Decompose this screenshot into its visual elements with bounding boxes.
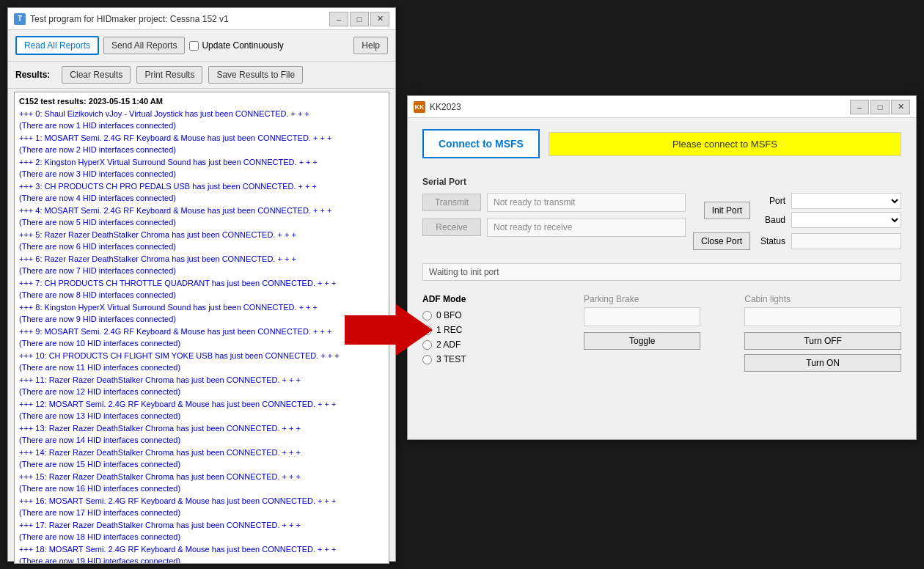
adf-option-1[interactable]: 1 REC [422,325,510,335]
read-all-reports-button[interactable]: Read All Reports [15,36,99,55]
log-line: +++ 17: Razer Razer DeathStalker Chroma … [19,519,384,532]
status-label: Status [756,236,785,246]
status-row: Status [756,233,901,249]
maximize-button2[interactable]: □ [870,100,890,114]
adf-option-0[interactable]: 0 BFO [422,310,510,320]
log-line: +++ 6: Razer Razer DeathStalker Chroma h… [19,253,384,265]
minimize-button[interactable]: – [329,12,348,26]
log-line: +++ 2: Kingston HyperX Virtual Surround … [19,156,384,169]
log-line: +++ 10: CH PRODUCTS CH FLIGHT SIM YOKE U… [19,350,384,362]
update-continuously-label: Update Continuously [202,40,283,51]
log-line: (There are now 16 HID interfaces connect… [19,482,384,495]
log-line: (There are now 2 HID interfaces connecte… [19,144,384,156]
maximize-button[interactable]: □ [350,12,369,26]
receive-status-input [487,218,686,237]
window1-title: Test program for HIDmaker project: Cessn… [30,14,329,24]
init-port-button[interactable]: Init Port [704,202,750,219]
results-bar: Results: Clear Results Print Results Sav… [8,62,395,89]
parking-brake-label: Parking Brake [584,294,700,304]
close-button[interactable]: ✕ [370,12,389,26]
log-line: +++ 18: MOSART Semi. 2.4G RF Keyboard & … [19,543,384,556]
adf-option-3[interactable]: 3 TEST [422,354,510,364]
toggle-button[interactable]: Toggle [584,332,700,350]
log-line: (There are now 5 HID interfaces connecte… [19,216,384,229]
transmit-status-input [487,193,686,212]
cabin-lights-input [744,307,901,326]
log-line: (There are now 6 HID interfaces connecte… [19,241,384,253]
connect-section: Connect to MSFS Please connect to MSFS [408,118,916,169]
log-line: (There are now 18 HID interfaces connect… [19,531,384,543]
close-port-button[interactable]: Close Port [693,232,750,250]
print-results-button[interactable]: Print Results [136,66,202,84]
msfs-status-indicator: Please connect to MSFS [549,132,901,156]
log-line: +++ 5: Razer Razer DeathStalker Chroma h… [19,229,384,241]
update-continuously-checkbox[interactable] [189,41,199,51]
adf-label-1: 1 REC [436,325,462,335]
adf-label: ADF Mode [422,294,510,304]
help-button[interactable]: Help [353,37,388,54]
update-continuously-checkbox-label[interactable]: Update Continuously [189,40,283,51]
close-button2[interactable]: ✕ [891,100,910,114]
lower-section: ADF Mode 0 BFO 1 REC 2 ADF 3 TEST [408,287,916,379]
cabin-lights-label: Cabin lights [744,294,901,304]
toolbar: Read All Reports Send All Reports Update… [8,30,395,62]
port-select[interactable] [791,193,901,209]
log-line: +++ 14: Razer Razer DeathStalker Chroma … [19,447,384,459]
results-label: Results: [15,70,50,80]
log-line: +++ 11: Razer Razer DeathStalker Chroma … [19,374,384,386]
parking-brake-section: Parking Brake Toggle [584,294,700,372]
log-line: (There are now 13 HID interfaces connect… [19,410,384,422]
baud-label: Baud [756,215,785,225]
svg-marker-0 [345,304,433,356]
cabin-lights-section: Cabin lights Turn OFF Turn ON [744,294,901,372]
waiting-text: Waiting to init port [422,263,901,281]
log-line: +++ 7: CH PRODUCTS CH THROTTLE QUADRANT … [19,277,384,290]
adf-radio-group: 0 BFO 1 REC 2 ADF 3 TEST [422,310,510,364]
log-line: +++ 9: MOSART Semi. 2.4G RF Keyboard & M… [19,326,384,338]
log-line: (There are now 11 HID interfaces connect… [19,361,384,374]
clear-results-button[interactable]: Clear Results [62,66,131,84]
adf-option-2[interactable]: 2 ADF [422,339,510,350]
log-line: (There are now 19 HID interfaces connect… [19,555,384,564]
turn-off-button[interactable]: Turn OFF [744,332,901,350]
connect-msfs-button[interactable]: Connect to MSFS [422,129,540,158]
log-line: (There are now 3 HID interfaces connecte… [19,168,384,180]
receive-row: Receive [422,218,686,237]
status-input [791,233,901,249]
port-label: Port [756,196,785,206]
log-line: +++ 3: CH PRODUCTS CH PRO PEDALS USB has… [19,180,384,193]
log-line: +++ 4: MOSART Semi. 2.4G RF Keyboard & M… [19,205,384,217]
adf-label-2: 2 ADF [436,339,461,350]
adf-label-3: 3 TEST [436,354,466,364]
titlebar2-controls: – □ ✕ [850,100,910,114]
baud-select[interactable] [791,212,901,228]
log-line: +++ 8: Kingston HyperX Virtual Surround … [19,301,384,314]
log-line: (There are now 17 HID interfaces connect… [19,507,384,519]
log-line: +++ 0: Shaul Eizikovich vJoy - Virtual J… [19,108,384,120]
send-all-reports-button[interactable]: Send All Reports [103,37,185,54]
turn-on-button[interactable]: Turn ON [744,354,901,372]
titlebar-controls: – □ ✕ [329,12,389,26]
results-content[interactable]: C152 test results: 2023-05-15 1:40 AM+++… [14,92,389,564]
log-line: (There are now 12 HID interfaces connect… [19,386,384,398]
adf-label-0: 0 BFO [436,310,462,320]
log-line: +++ 15: Razer Razer DeathStalker Chroma … [19,471,384,483]
window2-title: KK2023 [430,102,850,112]
log-line: (There are now 15 HID interfaces connect… [19,458,384,471]
log-line: +++ 1: MOSART Semi. 2.4G RF Keyboard & M… [19,132,384,144]
log-line: (There are now 1 HID interfaces connecte… [19,120,384,132]
log-line: +++ 12: MOSART Semi. 2.4G RF Keyboard & … [19,398,384,411]
app-icon2: KK [414,101,425,113]
save-results-button[interactable]: Save Results to File [208,66,303,84]
arrow-indicator [345,301,433,359]
receive-button[interactable]: Receive [422,219,481,236]
minimize-button2[interactable]: – [850,100,869,114]
log-line: (There are now 14 HID interfaces connect… [19,434,384,447]
log-line: (There are now 8 HID interfaces connecte… [19,289,384,301]
log-line: (There are now 7 HID interfaces connecte… [19,265,384,277]
serial-port-label: Serial Port [422,177,901,187]
transmit-button[interactable]: Transmit [422,194,481,211]
titlebar-window2: KK KK2023 – □ ✕ [408,96,916,118]
log-line: (There are now 4 HID interfaces connecte… [19,192,384,205]
baud-row: Baud [756,212,901,228]
